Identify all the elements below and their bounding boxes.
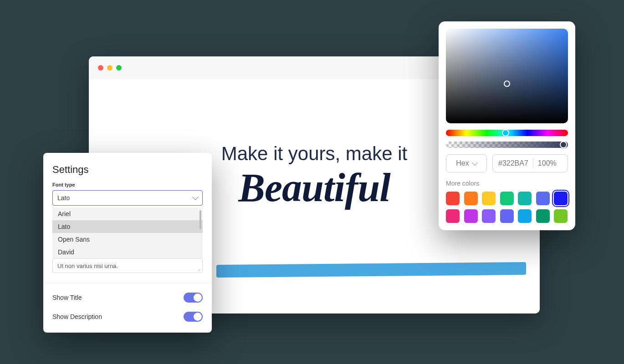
- color-swatch-grid: [446, 192, 568, 223]
- chevron-down-icon: [192, 194, 199, 200]
- hue-slider[interactable]: [446, 130, 568, 136]
- color-hex-input[interactable]: #322BA7 100%: [492, 154, 568, 172]
- color-swatch[interactable]: [518, 209, 532, 223]
- headline-emphasis: Beautiful: [238, 165, 390, 211]
- scrollbar[interactable]: [199, 210, 201, 229]
- color-swatch[interactable]: [554, 209, 568, 223]
- font-option[interactable]: Open Sans: [52, 233, 203, 246]
- color-swatch[interactable]: [464, 192, 478, 205]
- font-type-dropdown: Ariel Lato Open Sans David: [52, 207, 203, 258]
- color-swatch[interactable]: [500, 192, 514, 205]
- resize-handle-icon[interactable]: [197, 267, 201, 272]
- font-type-selected-value: Lato: [57, 194, 70, 202]
- color-swatch[interactable]: [464, 209, 478, 223]
- hex-value: #322BA7: [498, 159, 528, 167]
- show-title-row: Show Title: [43, 288, 212, 307]
- opacity-value: 100%: [538, 159, 557, 167]
- window-minimize-icon[interactable]: [107, 65, 113, 71]
- toggle-knob-icon: [194, 293, 202, 302]
- alpha-cursor-icon[interactable]: [560, 141, 567, 148]
- color-swatch[interactable]: [554, 192, 568, 205]
- alpha-slider[interactable]: [446, 142, 568, 148]
- color-picker-panel: Hex #322BA7 100% More colors: [439, 21, 575, 230]
- toggle-knob-icon: [194, 313, 202, 321]
- font-type-label: Font type: [43, 180, 212, 190]
- show-title-toggle[interactable]: [184, 293, 203, 303]
- sv-cursor-icon[interactable]: [504, 81, 510, 87]
- more-colors-label: More colors: [446, 180, 568, 187]
- brush-underline-icon: [216, 262, 526, 278]
- divider: [43, 283, 212, 283]
- text-input[interactable]: Ut non varius nisi urna.: [52, 258, 203, 273]
- color-format-value: Hex: [456, 159, 469, 167]
- show-description-row: Show Description: [43, 307, 212, 326]
- chevron-down-icon: [472, 160, 478, 166]
- color-swatch[interactable]: [500, 209, 514, 223]
- color-swatch[interactable]: [536, 192, 550, 205]
- color-swatch[interactable]: [482, 192, 496, 205]
- color-swatch[interactable]: [482, 209, 496, 223]
- color-swatch[interactable]: [536, 209, 550, 223]
- show-title-label: Show Title: [52, 294, 82, 301]
- saturation-value-area[interactable]: [446, 29, 568, 123]
- font-option[interactable]: Lato: [52, 220, 203, 233]
- color-value-row: Hex #322BA7 100%: [446, 154, 568, 172]
- divider: [533, 158, 533, 168]
- show-description-label: Show Description: [52, 313, 102, 320]
- show-description-toggle[interactable]: [184, 312, 203, 322]
- color-swatch[interactable]: [446, 192, 460, 205]
- window-close-icon[interactable]: [98, 65, 103, 71]
- text-input-value: Ut non varius nisi urna.: [57, 263, 118, 269]
- hue-cursor-icon[interactable]: [502, 129, 509, 136]
- color-swatch[interactable]: [518, 192, 532, 205]
- font-option[interactable]: Ariel: [52, 207, 203, 220]
- color-swatch[interactable]: [446, 209, 460, 223]
- window-maximize-icon[interactable]: [116, 65, 122, 71]
- font-type-select[interactable]: Lato: [52, 190, 203, 206]
- font-option[interactable]: David: [52, 246, 203, 258]
- settings-panel: Settings Font type Lato Ariel Lato Open …: [43, 153, 212, 333]
- settings-title: Settings: [43, 164, 212, 180]
- color-format-select[interactable]: Hex: [446, 154, 487, 172]
